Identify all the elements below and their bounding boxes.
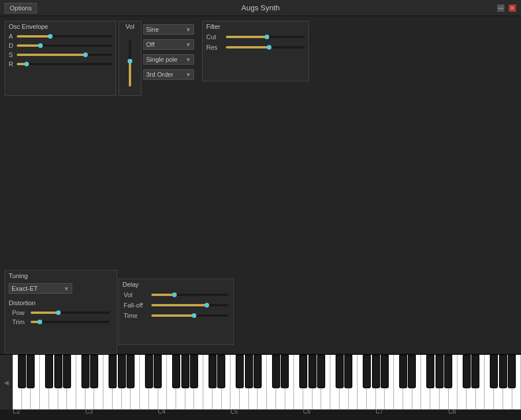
black-key[interactable] <box>508 355 516 388</box>
pole-value: Single pole <box>146 56 177 63</box>
wave-panel: Sine ▼ Off ▼ Single pole ▼ 3rd Order ▼ <box>143 21 201 80</box>
delay-time-slider[interactable] <box>151 314 229 317</box>
cut-slider[interactable] <box>226 36 305 38</box>
window-controls: — ✕ <box>497 4 516 12</box>
adsr-label-a: A <box>9 33 14 40</box>
delay-time-row: Time <box>119 310 233 321</box>
distortion-pow-row: Pow <box>9 308 113 317</box>
vol-panel: Vol <box>118 21 142 96</box>
order-dropdown[interactable]: 3rd Order ▼ <box>143 69 194 80</box>
piano-scroll-left[interactable]: ◄ <box>0 355 13 410</box>
order-arrow: ▼ <box>185 72 191 78</box>
black-key[interactable] <box>363 355 371 388</box>
black-key[interactable] <box>190 355 198 388</box>
cut-label: Cut <box>206 33 222 40</box>
adsr-row-r: R <box>5 59 116 69</box>
close-button[interactable]: ✕ <box>508 4 516 12</box>
black-key[interactable] <box>281 355 289 388</box>
delay-falloff-slider[interactable] <box>151 304 229 306</box>
adsr-slider-a[interactable] <box>17 35 112 38</box>
vol-slider[interactable] <box>129 32 131 95</box>
black-key[interactable] <box>344 355 352 388</box>
black-key[interactable] <box>372 355 380 388</box>
black-key[interactable] <box>426 355 434 388</box>
waveform-dropdown[interactable]: Sine ▼ <box>143 24 194 35</box>
black-key[interactable] <box>381 355 389 388</box>
black-key[interactable] <box>399 355 407 388</box>
adsr-slider-d[interactable] <box>17 44 112 47</box>
adsr-row-s: S <box>5 50 116 59</box>
tuning-arrow: ▼ <box>64 286 69 292</box>
adsr-label-s: S <box>9 51 14 58</box>
options-button[interactable]: Options <box>5 3 37 13</box>
filter-panel: Filter Cut Res <box>202 21 309 81</box>
delay-panel: Delay Vol Fall-off Time <box>118 279 234 345</box>
black-key[interactable] <box>118 355 126 388</box>
adsr-slider-s[interactable] <box>17 54 112 56</box>
res-label: Res <box>206 44 222 51</box>
delay-falloff-label: Fall-off <box>124 302 148 309</box>
black-key[interactable] <box>90 355 98 388</box>
note-label: C2 <box>13 408 20 415</box>
tuning-title: Tuning <box>5 271 117 281</box>
black-key[interactable] <box>308 355 317 388</box>
note-label: C7 <box>375 408 383 415</box>
pole-arrow: ▼ <box>185 57 191 63</box>
delay-falloff-row: Fall-off <box>119 300 233 310</box>
tuning-value: Exact-ET <box>12 285 38 292</box>
trim-label: Trim <box>12 318 28 325</box>
black-key[interactable] <box>499 355 507 388</box>
order-value: 3rd Order <box>146 71 173 78</box>
pole-dropdown[interactable]: Single pole ▼ <box>143 54 194 65</box>
black-key[interactable] <box>436 355 444 388</box>
adsr-slider-r[interactable] <box>17 63 112 65</box>
black-key[interactable] <box>317 355 325 388</box>
black-key[interactable] <box>154 355 162 388</box>
black-key[interactable] <box>54 355 62 388</box>
pow-slider[interactable] <box>31 312 110 314</box>
black-key[interactable] <box>18 355 26 388</box>
black-key[interactable] <box>254 355 262 388</box>
black-key[interactable] <box>299 355 307 388</box>
delay-vol-slider[interactable] <box>151 294 229 296</box>
black-key[interactable] <box>45 355 53 388</box>
black-key[interactable] <box>145 355 153 388</box>
black-key[interactable] <box>172 355 180 388</box>
black-key[interactable] <box>27 355 35 388</box>
waveform-arrow: ▼ <box>185 27 191 33</box>
adsr-label-r: R <box>9 61 14 68</box>
black-key[interactable] <box>245 355 253 388</box>
delay-time-label: Time <box>124 312 148 319</box>
delay-vol-row: Vol <box>119 290 233 300</box>
osc-envelope-title: Osc Envelope <box>5 21 116 32</box>
filter-res-row: Res <box>203 42 308 52</box>
osc-envelope-panel: Osc Envelope A D S R <box>5 21 116 96</box>
off-dropdown[interactable]: Off ▼ <box>143 39 194 50</box>
tuning-dropdown[interactable]: Exact-ET ▼ <box>9 283 72 294</box>
black-key[interactable] <box>471 355 479 388</box>
note-label: C3 <box>85 408 93 415</box>
black-key[interactable] <box>463 355 471 388</box>
res-slider[interactable] <box>226 46 305 48</box>
piano-keyboard: ◄ C2C3C4C5C6C7C8 <box>0 354 521 420</box>
black-key[interactable] <box>272 355 280 388</box>
black-key[interactable] <box>63 355 71 388</box>
black-key[interactable] <box>109 355 117 388</box>
black-key[interactable] <box>444 355 452 388</box>
black-key[interactable] <box>126 355 135 388</box>
minimize-button[interactable]: — <box>497 4 505 12</box>
delay-title: Delay <box>119 279 233 290</box>
black-key[interactable] <box>209 355 217 388</box>
black-key[interactable] <box>81 355 90 388</box>
off-arrow: ▼ <box>185 42 191 48</box>
piano-keys <box>13 355 521 410</box>
black-key[interactable] <box>490 355 498 388</box>
black-key[interactable] <box>336 355 344 388</box>
black-key[interactable] <box>408 355 416 388</box>
trim-slider[interactable] <box>31 321 110 323</box>
distortion-section: Distortion Pow Trim <box>5 296 117 328</box>
app-title: Augs Synth <box>241 3 280 12</box>
black-key[interactable] <box>217 355 225 388</box>
black-key[interactable] <box>181 355 189 388</box>
black-key[interactable] <box>236 355 244 388</box>
